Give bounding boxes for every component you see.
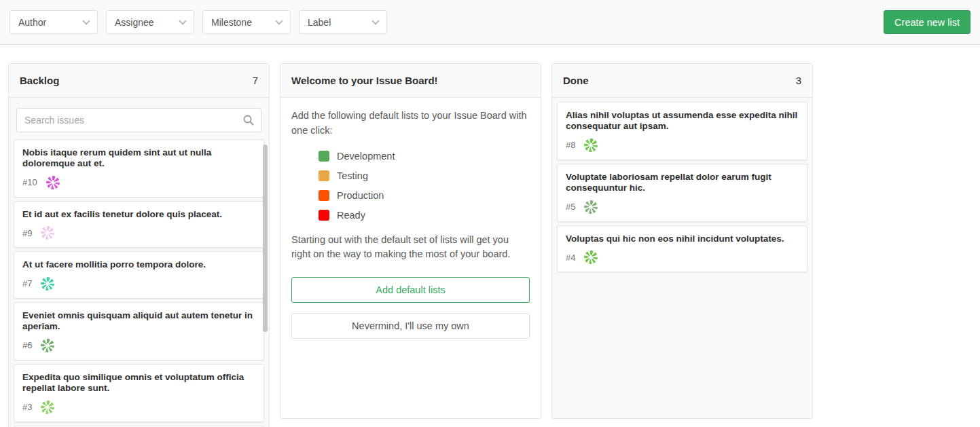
- list-color-swatch: [319, 170, 329, 181]
- search-icon: [243, 115, 254, 126]
- issue-title: Voluptas qui hic non eos nihil incidunt …: [566, 234, 799, 244]
- issue-number: #3: [22, 402, 32, 412]
- backlog-column-header: Backlog 7: [9, 64, 269, 98]
- add-default-lists-button[interactable]: Add default lists: [291, 277, 530, 303]
- default-list-item: Ready: [319, 210, 530, 221]
- issue-number: #7: [22, 278, 32, 289]
- issue-title: Alias nihil voluptas ut assumenda esse e…: [566, 110, 799, 132]
- done-card-list: Alias nihil voluptas ut assumenda esse e…: [552, 98, 812, 272]
- column-title: Welcome to your Issue Board!: [291, 75, 438, 86]
- issue-number: #9: [22, 228, 32, 238]
- label-filter-label: Label: [308, 17, 331, 28]
- assignee-avatar[interactable]: [46, 176, 60, 189]
- default-list-label: Development: [337, 151, 395, 162]
- milestone-filter-dropdown[interactable]: Milestone: [202, 10, 291, 34]
- issue-count-badge: 7: [253, 75, 258, 86]
- issue-number: #5: [566, 202, 575, 212]
- assignee-avatar[interactable]: [41, 277, 54, 291]
- issue-number: #8: [566, 140, 575, 150]
- board-column-done: Done 3 Alias nihil voluptas ut assumenda…: [551, 63, 813, 419]
- author-filter-dropdown[interactable]: Author: [10, 10, 98, 34]
- issue-card[interactable]: Alias nihil voluptas ut assumenda esse e…: [557, 102, 807, 160]
- board-column-backlog: Backlog 7 Nobis itaque rerum quidem sint…: [8, 63, 270, 427]
- issue-board: Backlog 7 Nobis itaque rerum quidem sint…: [0, 45, 980, 427]
- assignee-avatar[interactable]: [41, 401, 54, 414]
- list-color-swatch: [319, 151, 329, 162]
- welcome-body: Add the following default lists to your …: [280, 98, 541, 350]
- default-list-item: Production: [319, 190, 530, 201]
- issue-title: Nobis itaque rerum quidem sint aut ut nu…: [22, 147, 255, 170]
- nevermind-button[interactable]: Nevermind, I'll use my own: [291, 313, 530, 339]
- assignee-avatar[interactable]: [584, 200, 598, 214]
- issue-title: Voluptate laboriosam repellat dolor earu…: [566, 172, 799, 194]
- assignee-avatar[interactable]: [584, 138, 598, 152]
- issue-card[interactable]: Expedita quo similique omnis et voluptat…: [14, 364, 264, 422]
- default-list-label: Testing: [337, 170, 368, 181]
- list-color-swatch: [319, 210, 329, 221]
- issue-title: Expedita quo similique omnis et voluptat…: [22, 372, 255, 394]
- default-lists: Development Testing Production Ready: [291, 151, 530, 221]
- create-new-list-button[interactable]: Create new list: [884, 10, 970, 34]
- board-column-welcome: Welcome to your Issue Board! Add the fol…: [280, 63, 541, 419]
- assignee-filter-dropdown[interactable]: Assignee: [106, 10, 194, 34]
- chevron-down-icon: [179, 17, 186, 24]
- milestone-filter-label: Milestone: [211, 17, 252, 28]
- welcome-intro-text: Add the following default lists to your …: [291, 109, 530, 138]
- label-filter-dropdown[interactable]: Label: [299, 10, 387, 34]
- default-list-label: Ready: [337, 210, 365, 221]
- issue-title: Eveniet omnis quisquam aliquid aut autem…: [22, 310, 255, 333]
- issue-card[interactable]: Nobis itaque rerum quidem sint aut ut nu…: [14, 139, 264, 198]
- chevron-down-icon: [371, 17, 379, 24]
- search-issues-input[interactable]: [16, 108, 261, 132]
- issue-card[interactable]: At ut facere mollitia porro tempora dolo…: [14, 251, 264, 298]
- column-title: Done: [563, 75, 589, 86]
- issue-card[interactable]: Eveniet omnis quisquam aliquid aut autem…: [14, 302, 264, 360]
- backlog-card-list: Nobis itaque rerum quidem sint aut ut nu…: [9, 138, 269, 427]
- issue-title: At ut facere mollitia porro tempora dolo…: [22, 259, 255, 270]
- list-color-swatch: [319, 190, 329, 201]
- issue-number: #4: [566, 253, 575, 263]
- welcome-column-header: Welcome to your Issue Board!: [280, 64, 541, 98]
- column-title: Backlog: [20, 75, 59, 86]
- issue-title: Et id aut ex facilis tenetur dolore quis…: [22, 209, 255, 220]
- done-column-header: Done 3: [552, 64, 812, 98]
- author-filter-label: Author: [18, 17, 46, 28]
- default-list-item: Testing: [319, 170, 530, 181]
- filter-bar: Author Assignee Milestone Label Create n…: [0, 0, 980, 45]
- assignee-avatar[interactable]: [584, 250, 598, 264]
- scrollbar-thumb[interactable]: [263, 145, 268, 332]
- issue-card[interactable]: Et id aut ex facilis tenetur dolore quis…: [14, 201, 264, 248]
- chevron-down-icon: [82, 17, 90, 24]
- assignee-filter-label: Assignee: [115, 17, 154, 28]
- search-issues-row: [9, 98, 269, 138]
- issue-number: #6: [22, 340, 32, 350]
- assignee-avatar[interactable]: [41, 339, 54, 352]
- default-list-item: Development: [319, 151, 530, 162]
- issue-card[interactable]: Voluptas qui hic non eos nihil incidunt …: [557, 225, 807, 272]
- issue-count-badge: 3: [796, 75, 801, 86]
- issue-card[interactable]: Voluptate laboriosam repellat dolor earu…: [557, 164, 807, 222]
- welcome-outro-text: Starting out with the default set of lis…: [291, 233, 530, 263]
- issue-number: #10: [22, 177, 37, 187]
- default-list-label: Production: [337, 190, 384, 201]
- chevron-down-icon: [275, 17, 283, 24]
- assignee-avatar[interactable]: [41, 226, 54, 240]
